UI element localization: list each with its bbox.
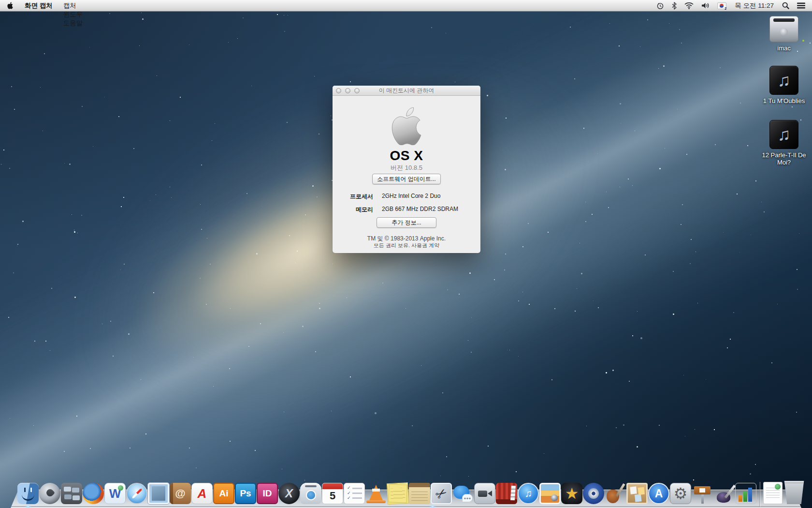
input-source-menu-extra[interactable]: 2 [713,0,730,11]
zoom-button[interactable] [354,88,360,93]
dock-item-safari[interactable] [126,483,147,504]
desktop-icon-imac-hard-drive[interactable]: imac [760,16,808,52]
dock-item-firefox[interactable] [83,483,104,504]
dock-item-mail[interactable] [148,483,169,504]
volume-icon [701,2,710,9]
close-button[interactable] [336,88,341,93]
input-source-badge: 2 [725,7,726,10]
korean-flag-icon: 2 [717,2,726,9]
desktop-icon-music-file-1[interactable]: ♫ 1 Tu M'Oublies [760,66,808,105]
dock-icon-glyph [783,481,805,504]
dock-item-iphoto[interactable] [539,483,561,504]
dock-icon-glyph: 5 [322,483,343,504]
os-name: OS X [333,148,480,164]
processor-label: 프로세서 [333,193,373,201]
dock-item-itunes[interactable]: ♫ [518,483,539,504]
time-machine-menu-extra[interactable] [652,0,668,11]
dock-icon-glyph: ID [258,484,277,503]
menu-item-help[interactable]: 도움말 [58,19,88,28]
dock-icon-glyph [496,483,517,504]
apple-logo [391,107,422,145]
apple-menu[interactable] [0,0,19,11]
dock-item-pages[interactable] [713,483,735,504]
menu-item-window[interactable]: 윈도우 [58,10,88,19]
dock-icon-glyph [764,482,782,504]
dock-item-stickies[interactable] [387,482,409,505]
dock-item-photo-booth[interactable] [496,483,517,504]
dock-icon-glyph: ⚙ [670,483,691,504]
menu-bar-clock[interactable]: 목 오전 11:27 [730,0,778,11]
menu-item-capture[interactable]: 캡처 [58,1,88,10]
dock-item-reminders[interactable]: ✓ ✓ ✓ [344,483,365,504]
bluetooth-menu-extra[interactable] [668,0,681,11]
processor-row: 프로세서 2GHz Intel Core 2 Duo [333,193,480,200]
notification-center-menu-extra[interactable] [793,0,812,11]
dock-item-trash[interactable] [783,481,805,504]
dock-icon-glyph [757,480,763,504]
dock-icon-glyph [628,484,646,503]
dock-icon-glyph: Ai [214,484,233,503]
dock-item-mission-control[interactable] [61,483,82,504]
os-version: 버전 10.8.5 [333,164,480,172]
dock-item-launchpad[interactable] [39,483,60,504]
about-this-mac-window: 이 매킨토시에 관하여 OS X 버전 10.8.5 소프트웨어 업데이트...… [333,86,480,253]
dock-item-toast[interactable] [300,483,321,504]
dock-item-x-media-app[interactable]: X [278,483,300,504]
minimize-button[interactable] [345,88,350,93]
dock-item-dock-divider[interactable] [757,480,763,504]
dock-item-finder[interactable] [17,483,39,504]
dock-icon-glyph: A [649,484,668,503]
dock-item-notepad[interactable] [409,483,430,504]
dock-item-w-document-app[interactable]: W [104,483,126,504]
dock-item-messages[interactable] [452,483,474,504]
dock-item-imovie[interactable]: ★ [561,483,582,504]
dock-item-keynote[interactable] [692,483,713,504]
dock-item-indesign[interactable]: ID [257,483,278,504]
dock-icon-glyph [17,483,39,504]
menu-app-name[interactable]: 화면 캡처 [19,1,58,10]
dock-item-adobe-reader[interactable]: A [191,483,213,504]
dock-icon-glyph [736,483,756,504]
bluetooth-icon [672,2,677,10]
dock-item-idvd[interactable] [583,483,604,504]
desktop-icon-label: 12 Parle-T-Il De Moi? [762,152,806,166]
dock-item-vlc[interactable] [365,483,387,504]
more-info-button[interactable]: 추가 정보... [377,217,436,228]
dock-item-calendar[interactable]: 5 [322,483,343,504]
dock-item-system-preferences[interactable]: ⚙ [670,483,691,504]
processor-value: 2GHz Intel Core 2 Duo [382,193,440,199]
dock-icon-glyph: A [192,483,212,504]
dock-icon-glyph [387,483,408,504]
desktop-icon-music-file-12[interactable]: ♫ 12 Parle-T-Il De Moi? [760,120,808,166]
dock-item-photoshop[interactable]: Ps [235,483,256,504]
menu-bar-left: 화면 캡처 파일 편집 캡처 윈도우 도움말 [0,0,88,11]
software-update-button[interactable]: 소프트웨어 업데이트... [372,174,441,184]
dock-item-app-store[interactable]: A [648,483,669,504]
dock-icon-glyph: @ [170,483,191,504]
volume-menu-extra[interactable] [697,0,713,11]
dock-item-illustrator[interactable]: Ai [213,483,234,504]
dock-icon-glyph: W [105,483,125,504]
dock-icon-glyph [127,484,146,503]
desktop-icon-image: ♫ [769,66,798,95]
memory-value: 2GB 667 MHz DDR2 SDRAM [382,206,458,212]
dock-item-numbers[interactable] [735,483,756,504]
dock-icon-glyph [475,483,495,504]
spotlight-menu-extra[interactable] [778,0,793,11]
window-titlebar[interactable]: 이 매킨토시에 관하여 [333,86,480,96]
dock-icon-glyph: Ps [236,484,255,503]
memory-row: 메모리 2GB 667 MHz DDR2 SDRAM [333,206,480,213]
dock-item-facetime[interactable] [474,483,495,504]
dock-item-iweb-collage[interactable] [626,483,648,504]
dock-item-document-stack[interactable] [763,482,783,504]
dock-item-contacts[interactable]: @ [170,483,191,504]
dock-icon-glyph [61,483,82,504]
wifi-icon [684,2,694,9]
memory-label: 메모리 [333,206,373,214]
dock-item-grab[interactable]: ✂ [431,483,452,504]
wifi-menu-extra[interactable] [681,0,697,11]
dock-icon-glyph: ✓ ✓ ✓ [344,483,364,504]
dock-icon-glyph: X [278,483,300,504]
dock-item-garageband[interactable] [605,483,626,504]
dock-icon-glyph [409,487,430,504]
